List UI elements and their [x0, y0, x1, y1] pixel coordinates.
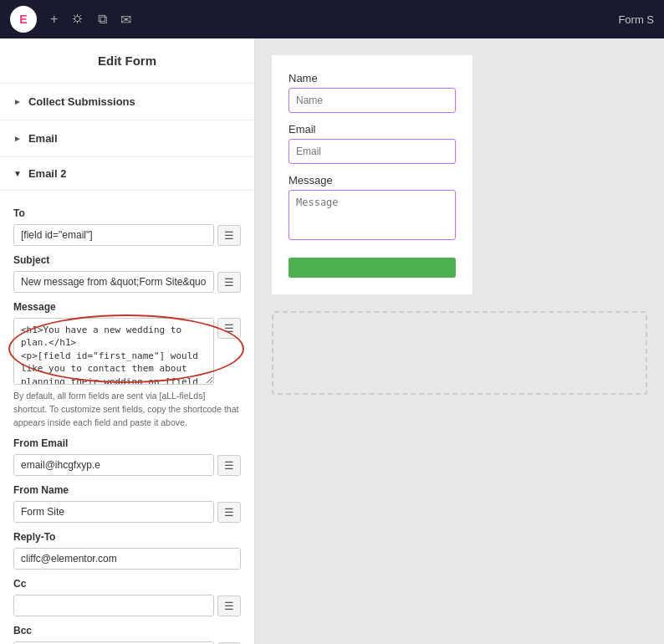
cc-field-row: ☰: [13, 595, 241, 616]
email2-header[interactable]: ▼ Email 2: [0, 157, 254, 191]
collect-submissions-arrow: ►: [13, 97, 22, 106]
layers-icon[interactable]: ⧉: [98, 12, 107, 27]
right-canvas: Name Email Message: [255, 38, 664, 644]
form-preview: Name Email Message: [272, 55, 472, 294]
reply-to-label: Reply-To: [13, 531, 241, 543]
message-field-label: Message: [289, 174, 456, 187]
name-field-input[interactable]: [289, 88, 456, 113]
submit-button[interactable]: [289, 258, 456, 278]
from-name-icon-btn[interactable]: ☰: [217, 502, 241, 523]
panel-title: Edit Form: [0, 38, 254, 84]
message-wrapper: <h1>You have a new wedding to plan.</h1>…: [13, 318, 241, 385]
message-field-textarea[interactable]: [289, 190, 456, 240]
message-textarea[interactable]: <h1>You have a new wedding to plan.</h1>…: [13, 318, 214, 385]
collect-submissions-header[interactable]: ► Collect Submissions: [0, 84, 254, 120]
from-name-label: From Name: [13, 484, 241, 496]
email-header[interactable]: ► Email: [0, 120, 254, 157]
email-arrow: ►: [13, 134, 22, 143]
from-name-field-row: ☰: [13, 501, 241, 523]
logo-text: E: [19, 13, 27, 26]
collect-submissions-label: Collect Submissions: [28, 95, 135, 108]
cc-input[interactable]: [13, 595, 214, 616]
to-field-row: ☰: [13, 224, 241, 246]
subject-field-row: ☰: [13, 271, 241, 293]
subject-label: Subject: [13, 254, 241, 266]
reply-to-field-row: [13, 548, 241, 570]
message-icon[interactable]: ✉: [120, 12, 131, 28]
subject-icon-btn[interactable]: ☰: [217, 272, 241, 293]
email-field-group: Email: [289, 123, 456, 164]
name-field-group: Name: [289, 72, 456, 113]
name-field-label: Name: [289, 72, 456, 84]
elementor-logo[interactable]: E: [10, 6, 37, 33]
main-layout: Edit Form ► Collect Submissions ► Email …: [0, 38, 664, 644]
plus-icon[interactable]: +: [50, 12, 58, 27]
placeholder-box: [272, 311, 647, 395]
message-field-row: <h1>You have a new wedding to plan.</h1>…: [13, 318, 241, 385]
cc-label: Cc: [13, 578, 241, 590]
topbar-title: Form S: [618, 13, 654, 26]
sliders-icon[interactable]: ⛭: [71, 12, 84, 27]
to-icon-btn[interactable]: ☰: [217, 225, 241, 246]
message-label: Message: [13, 301, 241, 313]
email-label: Email: [28, 132, 58, 145]
from-name-input[interactable]: [13, 501, 214, 523]
to-input[interactable]: [13, 224, 214, 246]
to-label: To: [13, 207, 241, 219]
bcc-label: Bcc: [13, 625, 241, 636]
cc-icon-btn[interactable]: ☰: [217, 595, 241, 616]
message-icon-btn[interactable]: ☰: [217, 318, 241, 339]
from-email-icon-btn[interactable]: ☰: [217, 455, 241, 476]
email2-arrow: ▼: [13, 169, 22, 178]
subject-input[interactable]: [13, 271, 214, 293]
from-email-input[interactable]: [13, 454, 214, 476]
email2-label: Email 2: [28, 167, 67, 180]
reply-to-input[interactable]: [13, 548, 241, 570]
email2-content: To ☰ Subject ☰ Message <h1>You have a ne…: [0, 191, 254, 644]
message-field-group: Message: [289, 174, 456, 243]
email-field-label: Email: [289, 123, 456, 135]
email-field-input[interactable]: [289, 139, 456, 164]
topbar: E + ⛭ ⧉ ✉ Form S: [0, 0, 664, 38]
left-panel: Edit Form ► Collect Submissions ► Email …: [0, 38, 255, 644]
hint-text: By default, all form fields are sent via…: [13, 390, 241, 429]
from-email-field-row: ☰: [13, 454, 241, 476]
from-email-label: From Email: [13, 437, 241, 449]
